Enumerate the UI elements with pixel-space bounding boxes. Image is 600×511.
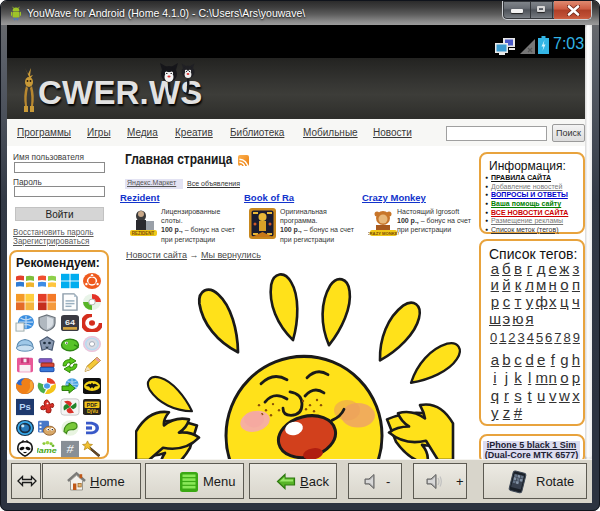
svg-text:lame: lame: [37, 446, 57, 455]
svg-text:CRAZY MONKEY: CRAZY MONKEY: [368, 231, 399, 236]
svg-text:DjVu: DjVu: [87, 409, 98, 414]
svg-text:REZIDENT: REZIDENT: [132, 231, 155, 236]
svg-text:64: 64: [64, 317, 74, 326]
svg-text:PDF: PDF: [87, 402, 98, 408]
svg-text:Ps: Ps: [19, 403, 31, 412]
svg-text:#: #: [66, 442, 73, 456]
